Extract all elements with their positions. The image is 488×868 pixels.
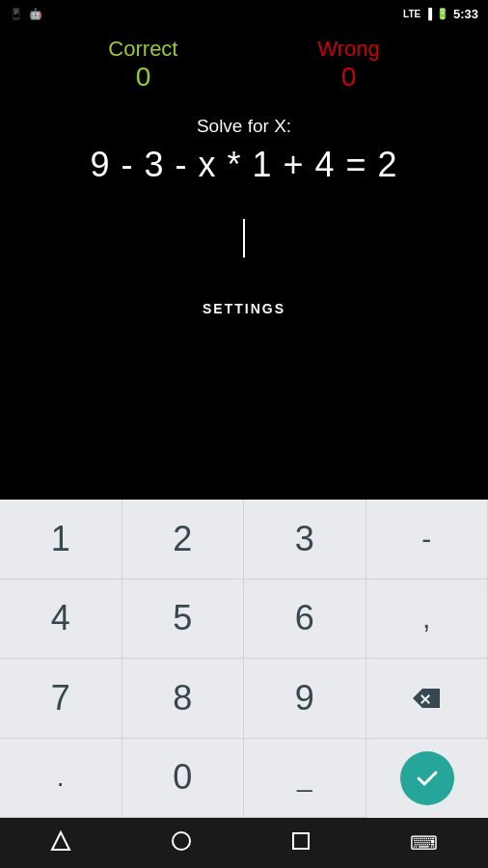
- wrong-score-block: Wrong 0: [317, 37, 379, 93]
- settings-button[interactable]: SETTINGS: [203, 301, 285, 316]
- game-area: Correct 0 Wrong 0 Solve for X: 9 - 3 - x…: [0, 27, 488, 500]
- key-comma[interactable]: ,: [366, 580, 489, 660]
- key-confirm-button[interactable]: [366, 739, 489, 819]
- recents-button[interactable]: [291, 831, 311, 855]
- key-5[interactable]: 5: [122, 580, 245, 660]
- lte-icon: LTE: [403, 9, 420, 19]
- key-minus[interactable]: -: [366, 500, 489, 580]
- keyboard-button[interactable]: ⌨: [410, 831, 438, 854]
- key-3[interactable]: 3: [244, 500, 366, 580]
- key-8[interactable]: 8: [122, 659, 245, 739]
- correct-value: 0: [136, 62, 151, 93]
- notification-icon: 📱: [10, 8, 23, 20]
- correct-label: Correct: [108, 37, 177, 62]
- key-9[interactable]: 9: [244, 659, 366, 739]
- problem-area: Solve for X: 9 - 3 - x * 1 + 4 = 2: [0, 116, 488, 185]
- keypad-area: 1 2 3 - 4 5 6 , 7 8 9 . 0 _: [0, 500, 488, 818]
- keypad-grid: 1 2 3 - 4 5 6 , 7 8 9 . 0 _: [0, 500, 488, 818]
- key-4[interactable]: 4: [0, 580, 122, 660]
- wrong-label: Wrong: [317, 37, 379, 62]
- key-backspace[interactable]: [366, 659, 489, 739]
- signal-icon: ▐: [424, 8, 432, 19]
- wrong-value: 0: [341, 62, 357, 93]
- confirm-circle: [400, 751, 454, 805]
- key-2[interactable]: 2: [122, 500, 245, 580]
- score-row: Correct 0 Wrong 0: [0, 37, 488, 93]
- solve-label: Solve for X:: [197, 116, 291, 137]
- home-button[interactable]: [171, 830, 192, 856]
- svg-point-1: [173, 832, 190, 850]
- status-left-icons: 📱 🤖: [10, 8, 42, 20]
- key-underscore[interactable]: _: [244, 739, 366, 819]
- key-1[interactable]: 1: [0, 500, 122, 580]
- svg-marker-0: [52, 832, 69, 850]
- status-time: 5:33: [453, 7, 478, 21]
- android-icon: 🤖: [29, 8, 42, 20]
- key-0[interactable]: 0: [122, 739, 245, 819]
- status-right-icons: LTE ▐ 🔋 5:33: [403, 7, 478, 21]
- key-7[interactable]: 7: [0, 659, 122, 739]
- answer-input-area[interactable]: [0, 214, 488, 262]
- svg-rect-2: [293, 833, 309, 849]
- nav-bar: ⌨: [0, 818, 488, 868]
- back-button[interactable]: [50, 830, 71, 856]
- text-cursor: [243, 219, 245, 258]
- correct-score-block: Correct 0: [108, 37, 177, 93]
- battery-icon: 🔋: [436, 8, 449, 20]
- status-bar: 📱 🤖 LTE ▐ 🔋 5:33: [0, 0, 488, 27]
- key-dot[interactable]: .: [0, 739, 122, 819]
- key-6[interactable]: 6: [244, 580, 366, 660]
- equation-display: 9 - 3 - x * 1 + 4 = 2: [90, 145, 397, 185]
